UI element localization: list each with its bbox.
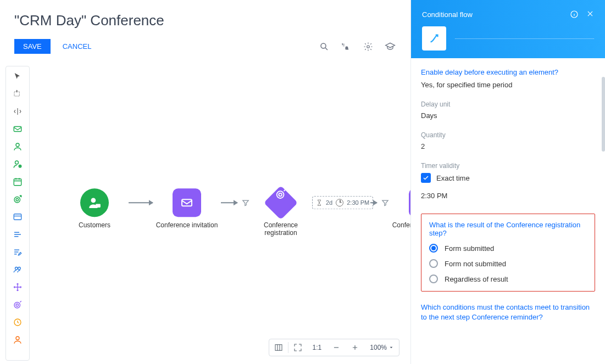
option-regardless[interactable]: Regardless of result [429,275,587,283]
svg-line-1 [325,48,328,50]
node-customers[interactable] [80,188,109,217]
clock-icon [336,199,343,206]
option-form-not-submitted[interactable]: Form not submitted [429,259,587,268]
svg-rect-21 [182,199,192,206]
svg-rect-5 [14,127,21,132]
target-purple-tool[interactable] [11,298,24,311]
svg-point-3 [367,45,370,48]
zoom-bar: 1:1 100% [269,339,399,356]
user-tool[interactable] [11,140,24,153]
target-tool[interactable] [11,193,24,206]
fit-icon[interactable] [288,339,307,356]
radio-icon [429,275,438,283]
window-tool[interactable] [11,210,24,223]
option-label: Regardless of result [445,275,508,283]
email-tool[interactable] [11,122,24,136]
conditions-question: Which conditions must the contacts meet … [421,303,595,322]
gear-icon[interactable] [362,41,374,53]
info-icon[interactable] [570,10,579,19]
delay-duration: 2d [326,199,332,206]
svg-point-23 [279,193,282,196]
close-icon[interactable] [586,10,594,19]
calendar-tool[interactable] [11,175,24,188]
pointer-tool[interactable] [11,70,24,83]
page-title: "CRM Day" Conference [14,12,396,29]
node-invitation-label: Conference invitation [156,221,218,229]
svg-point-13 [15,267,18,270]
exact-time-checkbox[interactable] [421,173,431,183]
delay-time: 2:30 PM [347,199,369,206]
save-button[interactable]: SAVE [14,39,51,54]
properties-panel: Conditional flow Enable delay before exe… [410,0,605,364]
timer-validity-label: Timer validity [421,162,595,170]
user-orange-tool[interactable] [11,333,24,346]
node-registration[interactable] [264,186,298,220]
svg-rect-9 [14,179,21,186]
filter-icon[interactable] [242,199,249,206]
svg-point-10 [14,197,20,203]
group-tool[interactable] [11,263,24,276]
node-invitation[interactable] [173,188,201,217]
option-form-submitted[interactable]: Form submitted [429,244,587,253]
move-tool[interactable] [11,281,24,294]
canvas[interactable]: Customers Conference invitation [30,63,410,364]
zoom-ratio[interactable]: 1:1 [307,344,328,351]
list-tool[interactable] [11,228,24,241]
node-customers-label: Customers [79,221,110,229]
option-label: Form submitted [445,244,494,253]
marquee-tool[interactable] [11,87,24,100]
delay-badge[interactable]: 2d 2:30 PM [312,196,373,209]
align-tool[interactable] [11,105,24,118]
result-question: What is the result of the Conference reg… [429,221,587,237]
svg-rect-26 [275,345,282,351]
delay-unit-value[interactable]: Days [421,109,595,124]
arrow [129,202,153,203]
zoom-in-button[interactable] [346,339,364,356]
filter-icon[interactable] [381,199,389,206]
user-add-tool[interactable] [11,158,24,171]
graduation-cap-icon[interactable] [384,41,396,53]
cancel-button[interactable]: CANCEL [60,39,94,54]
svg-point-18 [16,337,19,340]
delay-unit-label: Delay unit [421,100,595,108]
svg-point-7 [15,161,19,164]
svg-rect-20 [96,204,101,208]
svg-text:a: a [346,44,348,50]
node-registration-label: Conference registration [249,221,312,237]
svg-rect-12 [14,214,21,220]
exact-time-label: Exact time [436,174,470,182]
delay-answer[interactable]: Yes, for specified time period [421,79,595,93]
toolbox [5,66,30,361]
svg-point-11 [16,199,19,201]
radio-icon [429,259,438,268]
svg-point-15 [14,303,20,309]
result-options-box: What is the result of the Conference reg… [421,214,595,292]
zoom-percent[interactable]: 100% [364,344,399,351]
svg-point-22 [277,191,284,198]
text-direction-icon[interactable]: a [340,41,352,53]
arrow [221,202,237,203]
time-value[interactable]: 2:30 PM [421,189,595,204]
element-name-input[interactable] [455,38,594,39]
quantity-label: Quantity [421,131,595,139]
columns-icon[interactable] [269,339,288,356]
delay-question: Enable delay before executing an element… [421,68,595,76]
flow-type-icon [422,26,446,51]
search-icon[interactable] [318,41,330,53]
hourglass-icon [316,199,323,206]
chevron-down-icon [389,345,393,350]
quantity-value[interactable]: 2 [421,140,595,154]
svg-point-19 [91,198,96,203]
scrollbar[interactable] [602,77,605,152]
svg-point-14 [18,267,21,270]
svg-point-16 [16,304,19,307]
edit-list-tool[interactable] [11,245,24,259]
radio-icon [429,244,438,253]
zoom-out-button[interactable] [327,339,346,356]
clock-tool[interactable] [11,316,24,329]
arrow [370,202,377,203]
svg-point-0 [321,43,326,48]
svg-point-6 [16,143,19,147]
option-label: Form not submitted [445,260,506,268]
panel-title: Conditional flow [422,10,473,19]
